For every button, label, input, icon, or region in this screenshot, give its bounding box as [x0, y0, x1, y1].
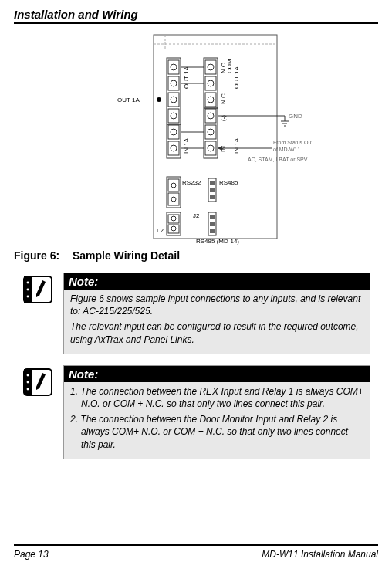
- lbl-out1a-horiz: OUT 1A: [117, 97, 140, 103]
- lbl-in1a-left: IN 1A: [183, 137, 190, 154]
- svg-point-5: [171, 64, 177, 70]
- svg-rect-57: [210, 215, 215, 219]
- svg-point-27: [208, 129, 214, 135]
- figure-label: Figure 6:: [14, 249, 69, 262]
- svg-point-7: [171, 80, 177, 86]
- svg-point-64: [27, 296, 29, 298]
- svg-point-44: [171, 183, 176, 188]
- lbl-rs485-md14: RS485 (MD-14): [196, 238, 239, 245]
- lbl-from-status-1: From Status Output: [273, 140, 312, 146]
- section-title: Installation and Wiring: [14, 8, 378, 21]
- lbl-out1a-right: OUT 1A: [233, 66, 240, 89]
- note-block-2: Note: 1. The connection between the REX …: [14, 365, 378, 459]
- svg-point-19: [208, 64, 214, 70]
- lbl-from-status-2: of MD-W11: [273, 147, 301, 152]
- note-block-1: Note: Figure 6 shows sample input connec…: [14, 273, 378, 354]
- svg-point-69: [27, 381, 29, 383]
- lbl-gnd: GND: [289, 113, 302, 120]
- svg-rect-50: [210, 195, 215, 199]
- lbl-l2: L2: [157, 227, 164, 234]
- svg-point-62: [27, 282, 29, 284]
- svg-rect-59: [210, 229, 215, 233]
- svg-rect-58: [210, 222, 215, 226]
- footer-rule: [14, 544, 378, 546]
- figure-caption-text: Sample Wiring Detail: [73, 249, 180, 262]
- figure-container: OUT 1A IN 1A OUT 1A N.O COM N.C (-) IN: [14, 29, 378, 245]
- lbl-com: COM: [226, 59, 233, 73]
- svg-point-9: [171, 97, 177, 103]
- header-rule: [14, 22, 378, 24]
- lbl-rs485-right: RS485: [219, 179, 238, 186]
- svg-point-29: [208, 145, 214, 151]
- note1-p1: Figure 6 shows sample input connections …: [70, 293, 363, 317]
- svg-point-11: [171, 113, 177, 119]
- svg-rect-49: [210, 188, 215, 192]
- svg-point-25: [208, 113, 214, 119]
- svg-point-23: [208, 97, 214, 103]
- lbl-ac-stam: AC, STAM, LBAT or SPV: [248, 157, 308, 162]
- status-dot: [157, 97, 161, 102]
- note2-item-1: 1. The connection between the REX Input …: [70, 385, 363, 410]
- note-body-1: Note: Figure 6 shows sample input connec…: [63, 273, 370, 354]
- note-title-2: Note:: [64, 366, 370, 382]
- svg-point-15: [171, 145, 177, 151]
- page-number: Page 13: [14, 549, 49, 560]
- svg-point-55: [171, 226, 176, 231]
- note-title-1: Note:: [64, 273, 370, 290]
- note1-p2: The relevant input can be configured to …: [70, 320, 363, 345]
- figure-caption: Figure 6: Sample Wiring Detail: [14, 249, 378, 262]
- lbl-nc: N.C: [220, 93, 227, 104]
- lbl-in1a-right: IN 1A: [233, 137, 240, 154]
- svg-point-63: [27, 289, 29, 291]
- svg-point-46: [171, 197, 176, 202]
- note-body-2: Note: 1. The connection between the REX …: [63, 365, 370, 459]
- note-icon: [22, 273, 56, 307]
- page-footer: Page 13 MD-W11 Installation Manual: [14, 544, 378, 560]
- svg-rect-48: [210, 181, 215, 185]
- svg-point-21: [208, 80, 214, 86]
- note2-item-2: 2. The connection between the Door Monit…: [70, 413, 363, 451]
- svg-point-53: [171, 216, 176, 221]
- note-icon: [22, 365, 56, 399]
- svg-point-70: [27, 388, 29, 390]
- svg-point-68: [27, 374, 29, 376]
- wiring-diagram: OUT 1A IN 1A OUT 1A N.O COM N.C (-) IN: [80, 29, 312, 245]
- svg-point-13: [171, 129, 177, 135]
- lbl-j2: J2: [193, 212, 200, 219]
- lbl-rs232: RS232: [182, 179, 201, 186]
- manual-title: MD-W11 Installation Manual: [262, 549, 378, 560]
- lbl-out1a-vert: OUT 1A: [183, 66, 190, 89]
